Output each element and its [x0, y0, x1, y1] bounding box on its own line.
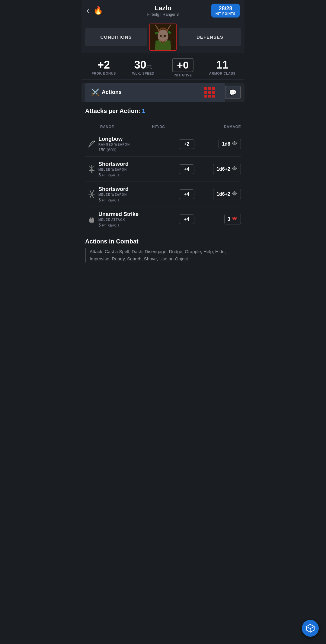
weapon-type: RANGED WEAPON	[98, 143, 174, 146]
character-name: Lazlo	[147, 4, 179, 12]
armor-class-label: ARMOR CLASS	[203, 72, 242, 75]
weapon-type: MELEE WEAPON	[98, 168, 174, 171]
character-portrait[interactable]	[149, 24, 177, 51]
actions-tab[interactable]: ⚔️ Actions	[85, 83, 225, 102]
damage-icon	[232, 166, 238, 172]
svg-line-18	[91, 172, 92, 173]
weapon-name: Shortsword	[98, 161, 174, 167]
wlk-speed-value: 30FT.	[123, 60, 163, 70]
weapon-icon-longbow	[85, 139, 98, 149]
weapon-type: MELEE WEAPON	[98, 193, 174, 196]
hit-col: +4	[174, 164, 199, 174]
chat-button[interactable]: 💬	[225, 86, 241, 99]
damage-badge: 1d6+2	[213, 164, 241, 174]
damage-col: 1d8	[199, 139, 241, 149]
separator: |	[160, 12, 161, 17]
svg-point-3	[158, 29, 168, 42]
damage-badge: 1d8	[219, 139, 241, 149]
hp-value: 28/28	[219, 5, 232, 11]
prof-bonus-value: +2	[84, 60, 123, 70]
attacks-per-action-value: 1	[142, 108, 145, 114]
damage-col: 1d6+2	[199, 189, 241, 199]
weapon-range: 5 FT. REACH	[98, 198, 174, 202]
damage-icon	[232, 191, 238, 197]
hit-col: +4	[174, 189, 199, 199]
character-class: Ranger 3	[163, 12, 179, 17]
col-range-header: RANGE	[85, 125, 118, 129]
attacks-per-action: Attacks per Action: 1	[85, 102, 241, 117]
character-race: Firbolg	[147, 12, 159, 17]
character-subtitle: Firbolg|Ranger 3	[147, 12, 179, 17]
hit-badge: +4	[179, 214, 194, 224]
weapon-info-unarmed: Unarmed Strike MELEE ATTACK 5 FT. REACH	[98, 211, 174, 227]
header: ‹ 🔥 Lazlo Firbolg|Ranger 3 28/28 HIT POI…	[82, 0, 245, 21]
damage-col: 1d6+2	[199, 164, 241, 174]
actions-tab-icon: ⚔️	[91, 89, 99, 96]
col-hit-header: HIT/DC	[118, 125, 199, 129]
initiative-value: +0	[172, 58, 193, 72]
damage-col: 3	[199, 214, 241, 224]
weapon-icon-shortsword1	[85, 164, 98, 174]
weapon-icon-shortsword2	[85, 189, 98, 199]
hit-badge: +4	[179, 164, 194, 174]
actions-tab-label: Actions	[102, 89, 122, 95]
armor-class-stat: 11 ARMOR CLASS	[203, 60, 242, 75]
character-info: Lazlo Firbolg|Ranger 3	[147, 4, 179, 17]
chat-icon: 💬	[229, 89, 237, 96]
hit-col: +2	[174, 139, 199, 149]
svg-rect-32	[89, 219, 90, 221]
main-content: Attacks per Action: 1 RANGE HIT/DC DAMAG…	[82, 102, 245, 266]
hit-col: +4	[174, 214, 199, 224]
actions-tab-bar: ⚔️ Actions 💬	[82, 83, 245, 102]
svg-rect-29	[90, 217, 91, 219]
hit-badge: +2	[179, 139, 194, 149]
table-row[interactable]: Shortsword MELEE WEAPON 5 FT. REACH +4 1…	[85, 182, 241, 207]
damage-icon	[232, 216, 238, 222]
weapon-name: Longbow	[98, 136, 174, 142]
svg-point-8	[162, 37, 164, 38]
weapon-icon-unarmed	[85, 214, 98, 224]
card-row: CONDITIONS	[82, 21, 245, 53]
svg-rect-31	[90, 222, 94, 223]
weapon-name: Shortsword	[98, 186, 174, 192]
damage-badge: 1d6+2	[213, 189, 241, 199]
damage-badge: 3	[224, 214, 241, 224]
svg-rect-30	[92, 217, 94, 219]
weapon-range: 150 (600)	[98, 147, 174, 152]
hp-badge[interactable]: 28/28 HIT POINTS	[211, 4, 240, 18]
table-row[interactable]: Unarmed Strike MELEE ATTACK 5 FT. REACH …	[85, 207, 241, 232]
svg-point-7	[165, 35, 165, 36]
actions-in-combat: Actions in Combat Attack, Cast a Spell, …	[85, 232, 241, 266]
fire-icon[interactable]: 🔥	[93, 6, 103, 15]
svg-point-6	[161, 35, 162, 36]
aic-content: Attack, Cast a Spell, Dash, Disengage, D…	[85, 248, 241, 262]
damage-icon	[232, 141, 238, 147]
defenses-button[interactable]: DEFENSES	[179, 28, 241, 46]
hit-badge: +4	[179, 189, 194, 199]
aic-text: Attack, Cast a Spell, Dash, Disengage, D…	[90, 249, 226, 261]
weapons-header: RANGE HIT/DC DAMAGE	[85, 123, 241, 131]
weapon-type: MELEE ATTACK	[98, 218, 174, 221]
weapon-range: 5 FT. REACH	[98, 223, 174, 227]
initiative-stat: +0 INITIATIVE	[163, 58, 203, 77]
back-button[interactable]: ‹	[86, 6, 89, 15]
col-damage-header: DAMAGE	[199, 125, 241, 129]
aic-title: Actions in Combat	[85, 238, 241, 245]
wlk-speed-label: WLK. SPEED	[123, 72, 163, 75]
hp-label: HIT POINTS	[216, 12, 235, 16]
stats-row: +2 PROF. BONUS 30FT. WLK. SPEED +0 INITI…	[82, 53, 245, 80]
conditions-button[interactable]: CONDITIONS	[85, 28, 147, 46]
prof-bonus-stat: +2 PROF. BONUS	[84, 60, 123, 75]
table-row[interactable]: Shortsword MELEE WEAPON 5 FT. REACH +4 1…	[85, 157, 241, 182]
weapon-info-longbow: Longbow RANGED WEAPON 150 (600)	[98, 136, 174, 152]
weapon-name: Unarmed Strike	[98, 211, 174, 217]
wlk-speed-stat: 30FT. WLK. SPEED	[123, 60, 163, 75]
prof-bonus-label: PROF. BONUS	[84, 72, 123, 75]
weapon-range: 5 FT. REACH	[98, 172, 174, 177]
grid-icon[interactable]	[201, 87, 219, 98]
armor-class-value: 11	[203, 60, 242, 70]
weapons-table: RANGE HIT/DC DAMAGE Longbow RANGED WEAPO…	[85, 123, 241, 232]
table-row[interactable]: Longbow RANGED WEAPON 150 (600) +2 1d8	[85, 132, 241, 157]
weapon-info-shortsword1: Shortsword MELEE WEAPON 5 FT. REACH	[98, 161, 174, 177]
weapon-info-shortsword2: Shortsword MELEE WEAPON 5 FT. REACH	[98, 186, 174, 202]
